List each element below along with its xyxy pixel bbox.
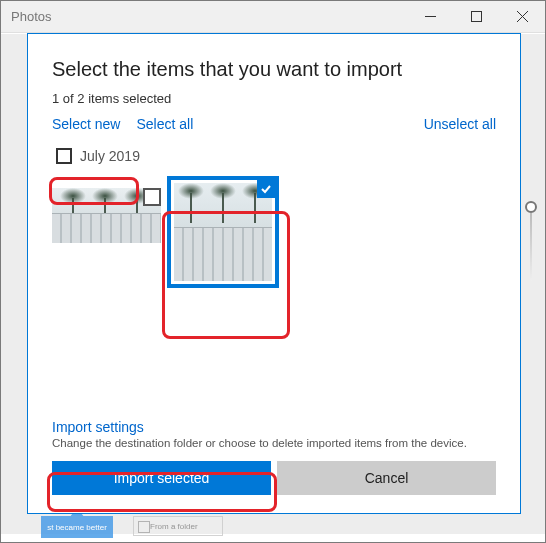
timeline-slider[interactable] — [523, 201, 539, 281]
dialog-heading: Select the items that you want to import — [52, 58, 496, 81]
svg-rect-1 — [471, 12, 481, 22]
bg-tile-tooltip: st became better — [41, 516, 113, 538]
close-button[interactable] — [499, 1, 545, 32]
titlebar: Photos — [1, 1, 545, 33]
dialog-buttons: Import selected Cancel — [52, 461, 496, 495]
minimize-button[interactable] — [407, 1, 453, 32]
cancel-button[interactable]: Cancel — [277, 461, 496, 495]
photo-thumbnail-1[interactable] — [52, 188, 161, 243]
thumbnail-2-checkbox[interactable] — [257, 180, 275, 198]
photo-thumbnail-2[interactable] — [167, 176, 279, 288]
import-settings-link[interactable]: Import settings — [52, 419, 496, 435]
select-all-link[interactable]: Select all — [136, 116, 193, 132]
import-selected-button[interactable]: Import selected — [52, 461, 271, 495]
app-window: Photos st became better From a folder Se… — [0, 0, 546, 543]
thumbnail-row — [52, 176, 496, 288]
group-label: July 2019 — [80, 148, 140, 164]
thumbnail-1-checkbox[interactable] — [143, 188, 161, 206]
window-title: Photos — [11, 9, 51, 24]
maximize-button[interactable] — [453, 1, 499, 32]
bg-tile-folder: From a folder — [133, 516, 223, 536]
slider-knob[interactable] — [525, 201, 537, 213]
group-checkbox[interactable] — [56, 148, 72, 164]
import-dialog: Select the items that you want to import… — [27, 33, 521, 514]
selection-status: 1 of 2 items selected — [52, 91, 496, 106]
background-tiles: st became better From a folder — [41, 516, 251, 538]
selection-links: Select new Select all Unselect all — [52, 116, 496, 132]
slider-track — [530, 213, 532, 281]
import-settings-desc: Change the destination folder or choose … — [52, 437, 496, 449]
unselect-all-link[interactable]: Unselect all — [424, 116, 496, 132]
window-controls — [407, 1, 545, 32]
date-group-header[interactable]: July 2019 — [52, 146, 144, 166]
select-new-link[interactable]: Select new — [52, 116, 120, 132]
